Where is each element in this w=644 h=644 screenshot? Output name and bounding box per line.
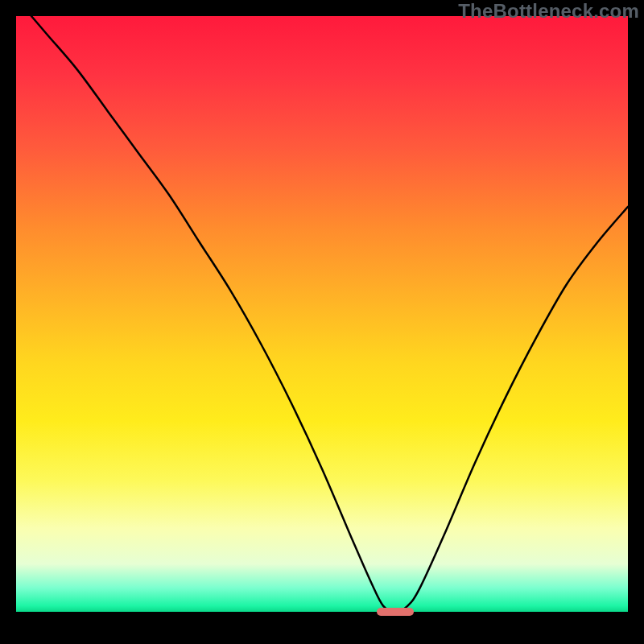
plot-area	[16, 16, 628, 612]
optimum-marker	[377, 608, 414, 616]
watermark-text: TheBottleneck.com	[458, 0, 639, 23]
chart-frame: TheBottleneck.com	[0, 0, 644, 644]
